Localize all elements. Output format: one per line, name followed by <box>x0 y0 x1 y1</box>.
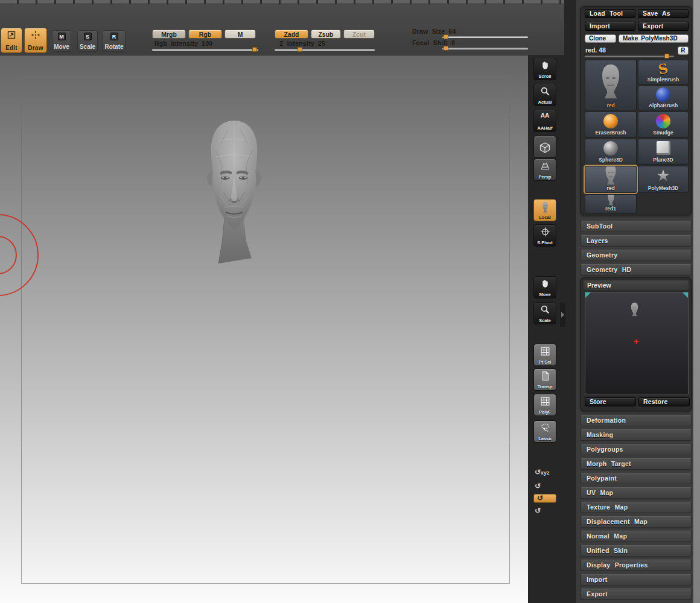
rgb-intensity-handle[interactable] <box>252 47 257 52</box>
shelf-aahalf-button[interactable]: AA AAHalf <box>533 110 556 132</box>
active-tool-label: red. 48 <box>585 46 606 54</box>
rgb-intensity-value: 100 <box>202 40 212 47</box>
scale-button[interactable]: S Scale <box>77 30 98 52</box>
focal-shift-handle[interactable] <box>444 46 448 51</box>
section-morph-target[interactable]: Morph Target <box>581 458 692 470</box>
section-uv-map[interactable]: UV Map <box>581 487 692 499</box>
preview-viewport[interactable]: + <box>585 292 689 394</box>
zcut-button[interactable]: Zcut <box>343 30 375 39</box>
mrgb-button[interactable]: Mrgb <box>152 30 186 39</box>
section-unified-skin[interactable]: Unified Skin <box>581 545 692 557</box>
tool-thumb-alphabrush[interactable]: AlphaBrush <box>638 86 689 110</box>
shelf-local-button[interactable]: Local <box>533 199 556 221</box>
section-import[interactable]: Import <box>581 574 692 586</box>
section-display-properties[interactable]: Display Properties <box>581 560 692 571</box>
panel-scrollbar[interactable] <box>693 0 700 603</box>
clone-button[interactable]: Clone <box>585 34 616 43</box>
thumb-label: Smudge <box>653 130 673 137</box>
hand-icon <box>540 60 550 71</box>
section-normal-map[interactable]: Normal Map <box>581 531 692 542</box>
page-icon <box>540 371 550 381</box>
document-canvas[interactable] <box>0 55 528 603</box>
tool-thumb-plane3d[interactable]: Plane3D <box>638 139 689 165</box>
import-button[interactable]: Import <box>585 22 635 31</box>
rotate-button[interactable]: R Rotate <box>103 30 126 52</box>
tool-thumb-sphere3d[interactable]: Sphere3D <box>585 139 637 165</box>
crosshair-icon <box>31 30 40 40</box>
head-model[interactable] <box>198 117 270 268</box>
rotate-active-button[interactable]: ↺ <box>533 494 556 503</box>
preview-head-icon <box>630 302 639 317</box>
r-button[interactable]: R <box>678 46 689 55</box>
z-intensity-handle[interactable] <box>298 47 302 52</box>
shelf-3d-cube-button[interactable] <box>533 136 556 158</box>
active-tool-handle[interactable] <box>664 54 669 58</box>
shelf-persp-button[interactable]: Persp <box>533 159 556 181</box>
shelf-scroll-button[interactable]: Scroll <box>533 58 556 80</box>
store-button[interactable]: Store <box>585 397 636 406</box>
draw-button[interactable]: Draw <box>24 28 47 53</box>
rotate-z-button[interactable]: ↺ <box>535 507 541 515</box>
rotate-arrow-icon: ↺ <box>537 494 543 502</box>
shelf-move-label: Move <box>539 292 550 297</box>
zadd-button[interactable]: Zadd <box>275 30 308 39</box>
draw-size-handle[interactable] <box>444 34 448 39</box>
section-polygroups[interactable]: Polygroups <box>581 444 692 455</box>
tool-thumb-eraserbrush[interactable]: EraserBrush <box>585 112 637 137</box>
draw-size-label: Draw Size 64 <box>412 28 456 35</box>
shelf-spivot-button[interactable]: S.Pivot <box>533 224 556 247</box>
tool-palette: Load Tool Save As Import Export Clone Ma… <box>576 0 693 603</box>
export-button[interactable]: Export <box>638 22 689 31</box>
rotate-xyz-button[interactable]: ↺xyz <box>535 468 550 476</box>
section-texture-map[interactable]: Texture Map <box>581 502 692 513</box>
zsub-button[interactable]: Zsub <box>311 30 341 39</box>
section-layers[interactable]: Layers <box>581 235 692 247</box>
section-displacement-map[interactable]: Displacement Map <box>581 516 692 528</box>
tool-thumb-polymesh3d[interactable]: PolyMesh3D <box>638 166 689 193</box>
active-tool-groove <box>585 55 674 57</box>
shelf-ptsel-button[interactable]: Pt Sel <box>533 344 556 366</box>
shelf-scale-button[interactable]: Scale <box>533 302 556 324</box>
move-button[interactable]: M Move <box>52 30 71 52</box>
shelf-polyf-button[interactable]: PolyF <box>533 394 556 416</box>
shelf-transp-button[interactable]: Transp <box>533 368 556 391</box>
section-deformation[interactable]: Deformation <box>581 415 692 426</box>
preview-corner-handle[interactable] <box>585 292 591 298</box>
section-preview[interactable]: Preview <box>584 280 689 290</box>
head-thumb-icon <box>599 63 622 99</box>
load-tool-button[interactable]: Load Tool <box>585 9 635 18</box>
local-label: Local <box>539 215 551 220</box>
grid-icon <box>540 346 550 356</box>
section-polypaint[interactable]: Polypaint <box>581 473 692 484</box>
tool-thumb-smudge[interactable]: Smudge <box>638 112 689 137</box>
rotate-arrow-icon: ↺ <box>535 468 541 476</box>
make-polymesh3d-button[interactable]: Make PolyMesh3D <box>619 34 689 43</box>
restore-button[interactable]: Restore <box>638 397 690 406</box>
section-masking[interactable]: Masking <box>581 429 692 441</box>
preview-corner-handle[interactable] <box>682 292 688 298</box>
shelf-lasso-button[interactable]: Lasso <box>533 420 556 443</box>
tool-thumb-simplebrush[interactable]: S SimpleBrush <box>638 60 689 84</box>
ptsel-label: Pt Sel <box>539 359 552 365</box>
section-export[interactable]: Export <box>581 589 692 600</box>
z-intensity-groove <box>275 49 375 51</box>
tool-thumb-red-active[interactable]: red <box>585 60 637 110</box>
panel-divider-handle[interactable] <box>560 303 565 327</box>
shelf-actual-button[interactable]: Actual <box>533 84 556 106</box>
section-geometry[interactable]: Geometry <box>581 250 692 261</box>
thumb-label: red <box>606 185 614 192</box>
m-button[interactable]: M <box>224 30 256 39</box>
rgb-button[interactable]: Rgb <box>188 30 222 39</box>
tool-thumb-red1[interactable]: red1 <box>585 194 637 213</box>
section-geometry-hd[interactable]: Geometry HD <box>581 264 692 276</box>
aahalf-label: AAHalf <box>537 125 552 131</box>
tool-thumb-red-selected[interactable]: red <box>585 166 637 193</box>
save-as-button[interactable]: Save As <box>638 9 689 18</box>
edit-button[interactable]: Edit <box>1 28 22 53</box>
rotate-y-button[interactable]: ↺ <box>535 482 541 490</box>
move-label: Move <box>54 43 69 50</box>
top-menu-strip[interactable] <box>0 0 564 4</box>
section-subtool[interactable]: SubTool <box>581 221 692 232</box>
shelf-move-button[interactable]: Move <box>533 276 556 298</box>
draw-size-groove <box>442 36 528 38</box>
